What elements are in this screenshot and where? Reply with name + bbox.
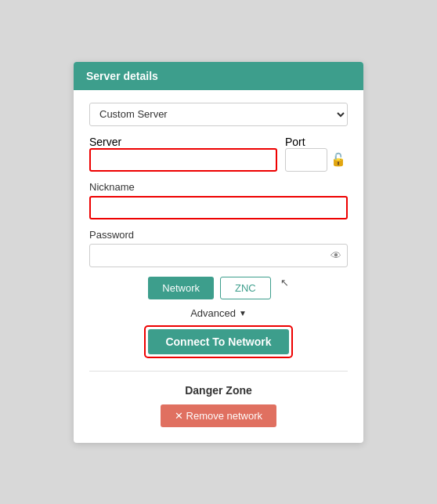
lock-icon[interactable]: 🔓 (330, 152, 346, 167)
port-wrapper: 6697 🔓 (285, 148, 348, 172)
network-button[interactable]: Network (148, 277, 214, 299)
remove-network-button[interactable]: ✕ Remove network (161, 404, 276, 427)
cursor-indicator: ↖ (280, 277, 289, 299)
nickname-group: Nickname (89, 181, 348, 219)
password-wrapper: 👁 (89, 244, 348, 267)
password-group: Password 👁 (89, 229, 348, 267)
password-label: Password (89, 229, 348, 241)
advanced-arrow-icon: ▼ (239, 309, 247, 317)
divider (89, 371, 348, 372)
port-label: Port (285, 136, 305, 148)
server-port-row: Server Port 6697 🔓 (89, 136, 348, 172)
card-body: Custom ServerFreenodeRizonQuakeNetIRCnet… (74, 90, 363, 443)
port-group: Port 6697 🔓 (285, 136, 348, 172)
card-header: Server details (74, 62, 363, 90)
port-input[interactable]: 6697 (285, 148, 327, 172)
server-input[interactable] (89, 148, 277, 172)
server-details-card: Server details Custom ServerFreenodeRizo… (74, 62, 363, 443)
card-title: Server details (86, 70, 158, 82)
connect-highlight-border: Connect To Network (144, 325, 292, 358)
connect-button[interactable]: Connect To Network (148, 329, 288, 354)
advanced-toggle[interactable]: Advanced ▼ (89, 307, 348, 319)
znc-button[interactable]: ZNC (220, 277, 271, 299)
nickname-input[interactable] (89, 196, 348, 219)
connect-wrapper: Connect To Network (89, 325, 348, 358)
danger-zone: Danger Zone ✕ Remove network (89, 384, 348, 427)
advanced-label: Advanced (190, 307, 236, 319)
network-type-buttons: Network ZNC ↖ (89, 277, 348, 299)
server-type-select[interactable]: Custom ServerFreenodeRizonQuakeNetIRCnet… (89, 103, 348, 126)
server-label: Server (89, 136, 121, 148)
password-input[interactable] (89, 244, 348, 267)
nickname-label: Nickname (89, 181, 348, 193)
server-group: Server (89, 136, 277, 172)
show-password-icon[interactable]: 👁 (330, 249, 341, 262)
danger-zone-title: Danger Zone (89, 384, 348, 397)
